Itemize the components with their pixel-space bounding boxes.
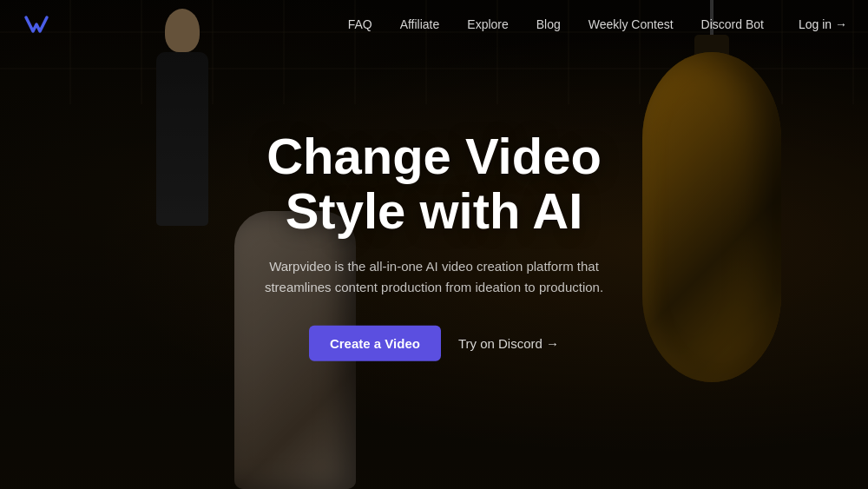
nav-discord-bot[interactable]: Discord Bot: [701, 17, 764, 31]
hero-title-line2: Style with AI: [286, 182, 583, 239]
nav-explore[interactable]: Explore: [467, 17, 508, 31]
cta-buttons: Create a Video Try on Discord →: [217, 326, 651, 361]
nav-weekly-contest[interactable]: Weekly Contest: [589, 17, 674, 31]
logo[interactable]: [21, 9, 52, 40]
hero-content: Change Video Style with AI Warpvideo is …: [217, 128, 651, 361]
login-button[interactable]: Log in →: [799, 17, 847, 31]
cta-primary-button[interactable]: Create a Video: [309, 326, 441, 361]
hero-title: Change Video Style with AI: [217, 128, 651, 239]
navbar: FAQ Affiliate Explore Blog Weekly Contes…: [0, 0, 868, 49]
nav-faq[interactable]: FAQ: [348, 17, 372, 31]
hero-title-line1: Change Video: [266, 127, 602, 183]
logo-icon: [21, 9, 52, 40]
cta-secondary-button[interactable]: Try on Discord →: [458, 336, 559, 351]
nav-blog[interactable]: Blog: [536, 17, 561, 31]
nav-links: FAQ Affiliate Explore Blog Weekly Contes…: [348, 17, 764, 31]
hero-section: FAQ Affiliate Explore Blog Weekly Contes…: [0, 0, 868, 489]
nav-affiliate[interactable]: Affiliate: [400, 17, 440, 31]
hero-subtitle: Warpvideo is the all-in-one AI video cre…: [252, 256, 616, 298]
